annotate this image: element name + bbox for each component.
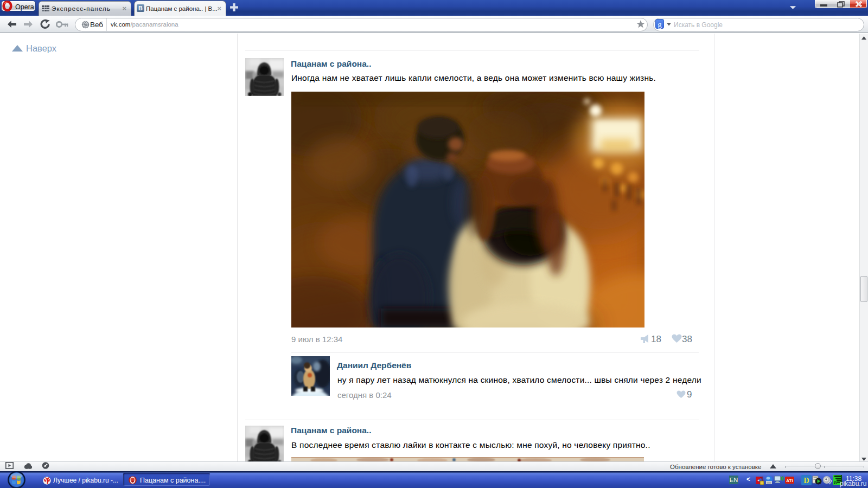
svg-text:9: 9 bbox=[834, 481, 836, 485]
svg-text:ATI: ATI bbox=[786, 478, 793, 483]
svg-text:D: D bbox=[803, 477, 809, 485]
